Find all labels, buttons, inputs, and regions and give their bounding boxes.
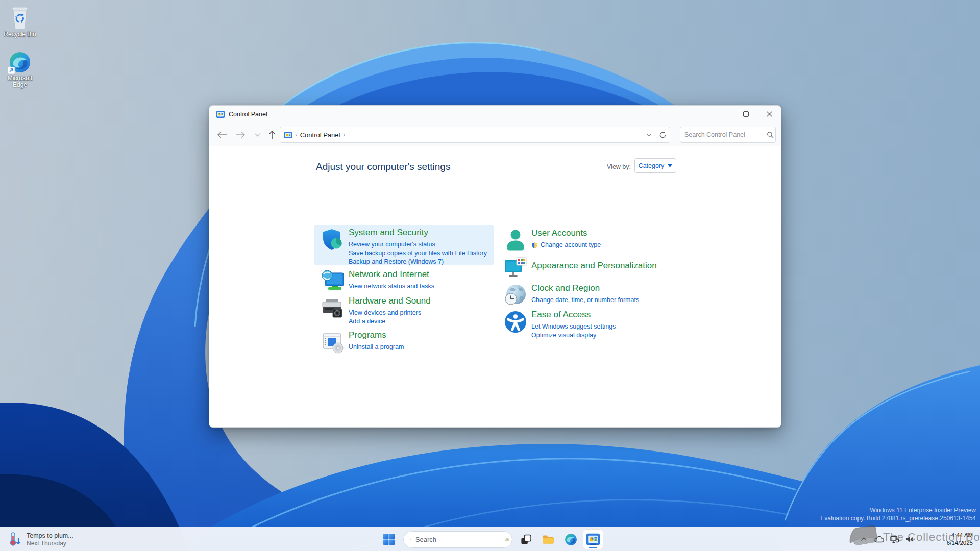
view-by-label: View by:: [607, 163, 631, 170]
category-heading[interactable]: Network and Internet: [349, 269, 434, 280]
category-heading[interactable]: Ease of Access: [531, 310, 616, 320]
taskbar: Temps to plum... Next Thursday: [0, 527, 980, 551]
search-input[interactable]: [684, 131, 767, 138]
task-view-icon: [520, 534, 532, 545]
up-button[interactable]: [264, 127, 280, 142]
control-panel-app-icon: [216, 110, 225, 118]
task-link[interactable]: Optimize visual display: [531, 331, 616, 340]
window-body: Adjust your computer's settings View by:…: [209, 147, 781, 427]
widgets-button[interactable]: Temps to plum... Next Thursday: [3, 529, 79, 550]
view-by-dropdown[interactable]: Category: [634, 158, 676, 173]
control-panel-taskbar-button[interactable]: [583, 529, 603, 549]
edge-taskbar-button[interactable]: [560, 529, 581, 549]
maximize-button[interactable]: [734, 106, 757, 122]
file-explorer-icon: [542, 533, 555, 546]
hardware-sound-icon: [321, 296, 345, 320]
address-bar[interactable]: › Control Panel ›: [280, 127, 670, 143]
minimize-button[interactable]: [710, 106, 734, 122]
desktop-icon-microsoft-edge[interactable]: Microsoft Edge: [0, 51, 40, 88]
system-tray: [857, 527, 916, 551]
forward-button[interactable]: [233, 127, 248, 142]
window-title: Control Panel: [229, 111, 267, 118]
recycle-bin-icon: [0, 5, 40, 30]
back-button[interactable]: [214, 127, 230, 142]
task-link-label: Change account type: [541, 241, 601, 249]
task-link[interactable]: Review your computer's status: [349, 240, 487, 249]
network-ethernet-icon[interactable]: [888, 533, 900, 545]
clock-time: 4:44 AM: [947, 532, 973, 539]
control-panel-search: [680, 127, 776, 143]
edge-icon: [9, 51, 31, 73]
task-link[interactable]: Add a device: [349, 317, 431, 326]
recent-locations-button[interactable]: [251, 127, 263, 142]
speaker-volume-icon[interactable]: [903, 533, 916, 545]
desktop: Recycle Bin Microsoft Edge Windows 11 E: [0, 0, 980, 551]
category-heading[interactable]: System and Security: [349, 228, 487, 238]
breadcrumb-chevron-icon: ›: [295, 132, 297, 138]
clock-date: 6/14/2025: [947, 539, 973, 547]
task-link[interactable]: Backup and Restore (Windows 7): [349, 258, 487, 266]
breadcrumb-chevron-icon: ›: [343, 132, 345, 138]
control-panel-window: Control Panel: [209, 105, 781, 428]
evaluation-watermark-line1: Windows 11 Enterprise Insider Preview: [820, 506, 976, 514]
windows-logo-icon: [383, 533, 395, 545]
desktop-icon-label: Microsoft Edge: [4, 75, 36, 88]
category-heading[interactable]: User Accounts: [531, 228, 601, 238]
system-security-icon: [321, 228, 345, 252]
task-link[interactable]: Uninstall a program: [349, 343, 404, 352]
ease-of-access-icon: [503, 310, 528, 334]
view-by-value: Category: [639, 162, 665, 169]
widget-headline: Temps to plum...: [27, 532, 74, 540]
task-link[interactable]: Save backup copies of your files with Fi…: [349, 249, 487, 258]
taskbar-search-input[interactable]: [415, 536, 505, 543]
search-icon[interactable]: [767, 131, 774, 138]
evaluation-watermark-line2: Evaluation copy. Build 27881.rs_prerelea…: [820, 514, 976, 522]
task-link[interactable]: Change account type: [531, 241, 601, 249]
evaluation-watermark: Windows 11 Enterprise Insider Preview Ev…: [820, 506, 976, 522]
breadcrumb-control-panel-icon: [284, 131, 292, 139]
window-header: Control Panel: [209, 106, 781, 146]
category-heading[interactable]: Hardware and Sound: [349, 296, 431, 306]
programs-icon: [321, 330, 345, 355]
edge-icon: [565, 533, 577, 546]
onedrive-cloud-icon[interactable]: [873, 533, 885, 545]
file-explorer-button[interactable]: [538, 529, 558, 549]
uac-shield-icon: [531, 242, 538, 249]
chevron-down-icon: [668, 164, 672, 167]
page-title: Adjust your computer's settings: [316, 161, 450, 172]
desktop-icon-recycle-bin[interactable]: Recycle Bin: [0, 5, 40, 38]
network-internet-icon: [321, 269, 345, 294]
user-accounts-icon: [503, 228, 528, 253]
task-view-button[interactable]: [516, 529, 536, 549]
appearance-icon: [503, 256, 528, 280]
search-highlight-image: [505, 533, 509, 546]
task-link[interactable]: Let Windows suggest settings: [531, 322, 616, 331]
clock-region-icon: [503, 283, 528, 308]
weather-temperature-icon: [8, 532, 21, 547]
task-link[interactable]: Change date, time, or number formats: [531, 296, 639, 305]
refresh-icon[interactable]: [659, 131, 667, 139]
navigation-toolbar: › Control Panel ›: [209, 123, 781, 146]
category-heading[interactable]: Appearance and Personalization: [531, 261, 657, 271]
category-heading[interactable]: Clock and Region: [531, 283, 639, 293]
task-link[interactable]: View network status and tasks: [349, 282, 434, 291]
tray-chevron-up-icon[interactable]: [857, 533, 870, 545]
breadcrumb-root[interactable]: Control Panel: [300, 131, 340, 139]
widget-subtext: Next Thursday: [27, 540, 74, 547]
search-icon: [410, 536, 411, 543]
shortcut-arrow-icon: [8, 67, 15, 74]
close-button[interactable]: [757, 106, 781, 122]
desktop-icon-label: Recycle Bin: [0, 31, 40, 38]
control-panel-icon: [586, 533, 600, 546]
active-app-indicator: [589, 547, 597, 548]
task-link[interactable]: View devices and printers: [349, 309, 431, 317]
address-dropdown-icon[interactable]: [646, 133, 652, 137]
titlebar: Control Panel: [209, 106, 781, 123]
start-button[interactable]: [379, 529, 399, 549]
category-heading[interactable]: Programs: [349, 330, 404, 340]
taskbar-search[interactable]: [403, 531, 512, 548]
taskbar-clock[interactable]: 4:44 AM 6/14/2025: [945, 527, 975, 551]
